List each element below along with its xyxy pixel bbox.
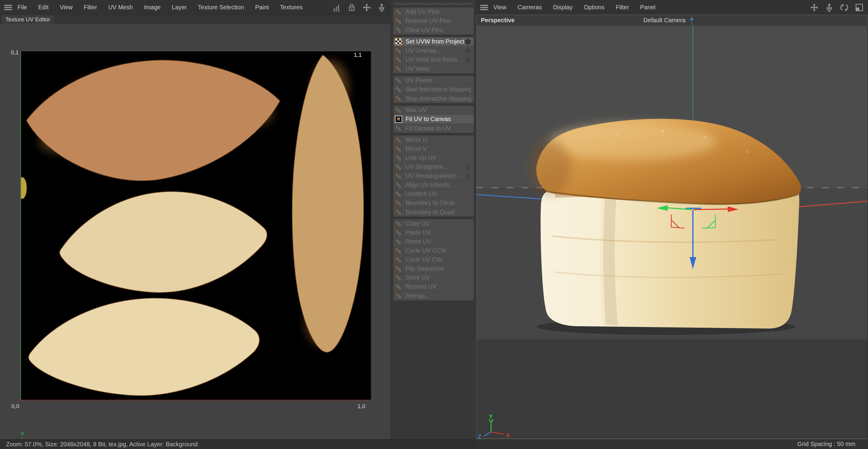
cmd-uv-unwrap[interactable]: UV Unwrap...: [394, 46, 474, 55]
tab-texture-uv-editor[interactable]: Texture UV Editor: [2, 15, 54, 24]
cmd-label: Cycle UV CCW: [405, 247, 446, 254]
palette-grip-handle[interactable]: [394, 3, 473, 5]
menu-file[interactable]: File: [18, 2, 27, 12]
bread-loaf-model: [529, 119, 801, 328]
cmd-label: Stop Interactive Mapping: [405, 95, 471, 102]
fit-canvas-uv-icon: [395, 125, 402, 132]
texture-uv-editor-panel: 0,1 1,1 0,0 1,0: [0, 24, 391, 439]
cmd-boundary-to-quad[interactable]: Boundary to Quad: [394, 207, 474, 217]
cmd-label: Unstitch UV: [405, 190, 437, 197]
cmd-reset-uv[interactable]: Reset UV: [394, 237, 474, 246]
gear-icon[interactable]: [465, 164, 471, 170]
cmd-align-uv-islands[interactable]: Align UV Islands: [394, 181, 474, 190]
cmd-add-uv-pins[interactable]: Add UV Pins: [394, 7, 474, 17]
application-window: File Edit View Filter UV Mesh Image Laye…: [0, 0, 868, 449]
cmd-label: Remove UV Pins: [405, 18, 451, 24]
cmd-paste-uv[interactable]: Paste UV: [394, 228, 474, 237]
maximize-panel-icon[interactable]: [855, 3, 864, 12]
copy-uv-icon: [395, 220, 402, 227]
cmd-cycle-uv-cw[interactable]: Cycle UV CW: [394, 255, 474, 264]
viewport-menubar: View Cameras Display Options Filter Pane…: [476, 0, 868, 15]
uv-projection-group: Set UVW from Projection... UV Unwrap...: [394, 37, 474, 73]
mirror-v-icon: [395, 146, 402, 153]
cmd-cycle-uv-ccw[interactable]: Cycle UV CCW: [394, 246, 474, 255]
vp-menu-display[interactable]: Display: [553, 2, 573, 12]
cmd-mirror-v[interactable]: Mirror V: [394, 145, 474, 154]
pan-icon[interactable]: [362, 3, 371, 12]
menu-view[interactable]: View: [60, 2, 73, 12]
cmd-remove-uv-pins[interactable]: Remove UV Pins: [394, 17, 474, 26]
hamburger-menu-icon[interactable]: [480, 5, 488, 10]
cmd-uv-rectangularize[interactable]: UV Rectangularize...: [394, 171, 474, 181]
vp-menu-options[interactable]: Options: [584, 2, 604, 12]
bread-loaf-scene: Y Z X: [477, 26, 867, 439]
dolly-icon[interactable]: [377, 3, 386, 12]
gear-icon[interactable]: [465, 47, 471, 54]
cmd-restore-uv[interactable]: Restore UV: [394, 282, 474, 291]
viewport-3d-view[interactable]: Y Z X: [477, 26, 867, 439]
cmd-label: Cycle UV CW: [405, 256, 442, 263]
gear-icon[interactable]: [465, 173, 471, 179]
cmd-clear-uv-pins[interactable]: Clear UV Pins: [394, 26, 474, 35]
restore-uv-icon: [395, 283, 402, 290]
uv-corner-label-00: 0,0: [11, 403, 19, 410]
viewport-camera-label[interactable]: Default Camera: [643, 17, 685, 24]
cmd-remap[interactable]: Remap...: [394, 291, 474, 300]
viewport-view-label[interactable]: Perspective: [481, 17, 515, 24]
cmd-label: UV Weld: [405, 65, 429, 72]
cmd-label: Remap...: [405, 292, 430, 299]
viewport-header: Perspective Default Camera: [477, 15, 867, 26]
vp-menu-filter[interactable]: Filter: [616, 2, 629, 12]
cmd-label: Boundary to Circle: [405, 199, 455, 206]
viewport-status-bar: Grid Spacing : 50 mm: [476, 439, 868, 449]
cmd-label: Mirror V: [405, 146, 427, 152]
vp-menu-panel[interactable]: Panel: [640, 2, 655, 12]
lock-icon[interactable]: [347, 3, 356, 12]
hamburger-menu-icon[interactable]: [4, 5, 12, 10]
set-uvw-projection-icon: [395, 38, 402, 45]
uv-editor-tabrow: Texture UV Editor: [0, 15, 391, 24]
store-uv-icon: [395, 274, 402, 281]
cmd-label: Paste UV: [405, 229, 431, 236]
cmd-label: Start Interactive Mapping: [405, 86, 471, 93]
menu-layer[interactable]: Layer: [172, 2, 187, 12]
cmd-start-interactive-mapping[interactable]: Start Interactive Mapping: [394, 85, 474, 94]
uv-commands-panel: Add UV Pins Remove UV Pins Clear UV Pins…: [394, 0, 474, 303]
cmd-uv-straighten[interactable]: UV Straighten...: [394, 162, 474, 171]
cmd-uv-weld-and-relax[interactable]: UV Weld and Relax...: [394, 55, 474, 64]
cmd-line-up-uv[interactable]: Line Up UV: [394, 154, 474, 162]
cmd-set-uvw-from-projection[interactable]: Set UVW from Projection...: [394, 37, 474, 46]
vp-menu-cameras[interactable]: Cameras: [518, 2, 542, 12]
cmd-uv-peeler[interactable]: UV Peeler: [394, 76, 474, 85]
cmd-mirror-u[interactable]: Mirror U: [394, 135, 474, 145]
cmd-unstitch-uv[interactable]: Unstitch UV: [394, 190, 474, 198]
dolly-icon[interactable]: [825, 3, 834, 12]
menu-textures[interactable]: Textures: [280, 2, 303, 12]
status-text: Zoom: 57.0%, Size: 2048x2048, 8 Bit, tex…: [6, 441, 198, 448]
cmd-label: Fit UV to Canvas: [405, 116, 451, 123]
gear-icon[interactable]: [465, 38, 471, 45]
cmd-max-uv[interactable]: Max UV: [394, 106, 474, 115]
menu-image[interactable]: Image: [144, 2, 161, 12]
uv-texture-canvas[interactable]: [21, 51, 371, 400]
cmd-fit-canvas-to-uv[interactable]: Fit Canvas to UV: [394, 124, 474, 133]
cmd-copy-uv[interactable]: Copy UV: [394, 219, 474, 228]
uv-corner-label-10: 1,0: [358, 403, 365, 410]
cmd-flip-sequence[interactable]: Flip Sequence: [394, 264, 474, 273]
cmd-uv-weld[interactable]: UV Weld: [394, 64, 474, 73]
menu-uv-mesh[interactable]: UV Mesh: [108, 2, 133, 12]
unstitch-uv-icon: [395, 190, 402, 198]
cmd-boundary-to-circle[interactable]: Boundary to Circle: [394, 198, 474, 207]
cmd-fit-uv-to-canvas[interactable]: Fit UV to Canvas: [394, 115, 474, 124]
cmd-stop-interactive-mapping[interactable]: Stop Interactive Mapping: [394, 94, 474, 103]
cmd-store-uv[interactable]: Store UV: [394, 273, 474, 282]
histogram-icon[interactable]: [332, 3, 341, 12]
pan-icon[interactable]: [810, 3, 819, 12]
menu-paint[interactable]: Paint: [255, 2, 269, 12]
vp-menu-view[interactable]: View: [493, 2, 506, 12]
menu-filter[interactable]: Filter: [84, 2, 97, 12]
menu-texture-selection[interactable]: Texture Selection: [198, 2, 244, 12]
rotate-icon[interactable]: [840, 3, 849, 12]
gear-icon[interactable]: [465, 57, 471, 63]
menu-edit[interactable]: Edit: [38, 2, 49, 12]
